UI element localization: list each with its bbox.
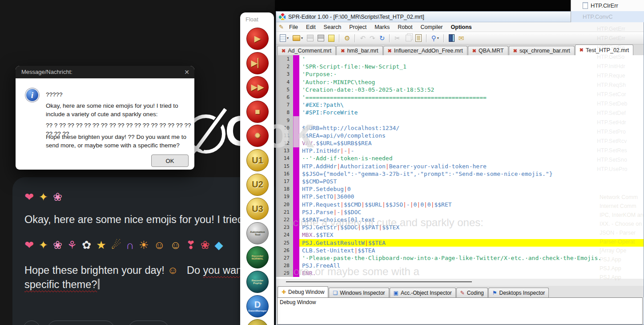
code-line-5[interactable]: 5'Creation·date:·03-05-2025·at·18:53:52 (276, 86, 644, 93)
u3-button[interactable]: U3 (246, 198, 269, 220)
dialog-title-bar[interactable]: Message/Nachricht: (16, 66, 194, 78)
margin-bar (293, 78, 299, 86)
menu-marks[interactable]: Marks (371, 23, 393, 31)
code-text: CLB.Set·Unitext|$$TEA (299, 247, 644, 254)
code-line-10[interactable]: 10$$URB=http://localhost:1234/ (276, 124, 644, 132)
code-line-16[interactable]: 16$$JSO={"model":·"gemma-3-27b-it",·"pro… (276, 170, 644, 178)
ok-button[interactable]: OK (151, 154, 189, 167)
code-line-14[interactable]: 14··'·Add·if·token·is·needed (276, 154, 644, 162)
code-line-2[interactable]: 2'SPR·Script-file:·New·Script_1 (276, 63, 644, 70)
splitter[interactable] (276, 279, 644, 286)
exit-button[interactable] (447, 33, 456, 43)
code-line-4[interactable]: 4'Author:·MINIPC\theog (276, 78, 644, 86)
tab-desktops-inspector[interactable]: ⚑Desktops Inspector (488, 288, 549, 297)
code-line-19[interactable]: 19HTP.SetTO|36000 (276, 193, 644, 200)
redo-button[interactable]: ↷ (368, 34, 377, 42)
recorder-normal-button[interactable]: RecorderNORMAL (246, 246, 269, 268)
chat-action-button[interactable] (128, 321, 169, 325)
close-icon[interactable]: ✕ (179, 66, 194, 78)
code-line-12[interactable]: 12VAV.$$URL=$$URB$$REA (276, 139, 644, 147)
command-list-item[interactable]: HTP.ClrErr (571, 0, 644, 11)
compile-button[interactable]: ⚙ (343, 34, 351, 42)
menu-file[interactable]: File (286, 23, 302, 31)
ghost-command-item: HTP.GetErr (597, 26, 625, 32)
mail-button[interactable]: ✉ (457, 34, 466, 42)
tab-debug-window[interactable]: ✚Debug Window (278, 286, 328, 297)
code-line-20[interactable]: 20HTP.Request|$$CMD|$$URL|$$JSO|-|0|0|0|… (276, 201, 644, 208)
menu-search[interactable]: Search (320, 23, 345, 31)
windows-inspector-icon: ❏ (333, 290, 338, 296)
tab-hm8-bar-mrt[interactable]: hm8_bar.mrt (336, 46, 382, 55)
dropdown-arrow-icon[interactable]: ▾ (437, 36, 439, 40)
code-line-18[interactable]: 18HTP.Setdebug|0 (276, 185, 644, 193)
save-button[interactable] (306, 34, 315, 42)
tab-acc-object-inspector[interactable]: ▣Acc.-Object Inspector (390, 288, 456, 297)
code-line-9[interactable]: 9 (276, 117, 644, 124)
play-button[interactable]: ▶ (246, 28, 269, 50)
code-editor-area[interactable]: 1'2'SPR·Script-file:·New·Script_13'Purpo… (276, 55, 644, 279)
code-line-13[interactable]: 13HTP.InitHdr|-|- (276, 147, 644, 154)
code-line-26[interactable]: 26CLB.Set·Unitext|$$TEA (276, 247, 644, 254)
button-sub-label: NORMAL (252, 257, 263, 260)
code-line-15[interactable]: 15HTP.AddHdr|Authorization|Bearer·your-v… (276, 162, 644, 170)
tab-coding[interactable]: ✎Coding (456, 288, 488, 297)
tab-windows-inspector[interactable]: ❏Windows Inspector (329, 288, 389, 297)
undo-button[interactable]: ↶ (358, 34, 367, 42)
export-note-button[interactable] (327, 34, 336, 43)
code-line-21[interactable]: 21PSJ.Parse|-|$$DOC (276, 208, 644, 216)
refresh-button[interactable]: ↻ (378, 34, 386, 42)
code-line-8[interactable]: 8'#SPI:ForceWrite (276, 109, 644, 116)
save-as-button[interactable] (316, 34, 326, 42)
code-text: 'SPR·Script-file:·New·Script_1 (299, 63, 644, 70)
float-toolbar-window[interactable]: Float ▶▶▏▶▶■✹U1U2U3AutomationToolRecorde… (240, 12, 274, 325)
code-line-11[interactable]: 11$$REA=api/v0/completions (276, 132, 644, 139)
chat-action-button[interactable] (23, 321, 40, 325)
command-list-item-selected[interactable]: HTP.ConvC (571, 11, 644, 22)
button-label: U2 (252, 180, 263, 189)
open-file-button[interactable]: ▾ (291, 34, 304, 42)
u2-button[interactable]: U2 (246, 174, 269, 196)
tab-sqx-chrome-bar-mrt[interactable]: sqx_chrome_bar.mrt (509, 46, 575, 55)
code-line-6[interactable]: 6'======================================… (276, 93, 644, 101)
tab-influenzer-addon-free-mrt[interactable]: Influenzer_AddOn_Free.mrt (383, 46, 467, 55)
code-line-25[interactable]: 25PSJ.GetLastResultW|$$TEA (276, 239, 644, 247)
fast-forward-button[interactable]: ▶▶ (246, 76, 269, 98)
code-line-7[interactable]: 7'#EXE:?path\ (276, 101, 644, 109)
new-file-button[interactable]: ▾ (278, 33, 290, 43)
partial-bottom-button[interactable]: U (246, 319, 269, 325)
chat-action-button[interactable] (47, 321, 115, 325)
paste-button[interactable] (414, 33, 423, 43)
dropdown-arrow-icon[interactable]: ▾ (301, 36, 303, 40)
code-line-24[interactable]: 24MBX.$$TEX (276, 231, 644, 239)
splitter-handle[interactable] (286, 281, 472, 282)
stop-button[interactable]: ■ (246, 101, 269, 123)
code-line-3[interactable]: 3'Purpose:· (276, 70, 644, 78)
copy-button[interactable] (403, 34, 413, 42)
dropdown-arrow-icon[interactable]: ▾ (287, 36, 289, 40)
menu-robot[interactable]: Robot (394, 23, 416, 31)
u1-button[interactable]: U1 (246, 149, 269, 171)
menu-compiler[interactable]: Compiler (417, 23, 447, 31)
tab-ad-comment-mrt[interactable]: Ad_Comment.mrt (277, 46, 336, 55)
tab-qba-mrt[interactable]: QBA.MRT (468, 46, 508, 55)
recorder-popup-button[interactable]: RecorderPopUp (246, 271, 269, 293)
cut-button[interactable]: ✂ (393, 34, 402, 42)
daten-manager-button[interactable]: DDatenManager (246, 295, 269, 317)
menu-edit[interactable]: Edit (302, 23, 319, 31)
ghost-command-item: HTP.SetCor (597, 91, 626, 98)
play-to-cursor-button[interactable]: ▶▏ (246, 52, 269, 74)
dragon-button[interactable]: ✹ (246, 125, 269, 147)
menu-project[interactable]: Project (346, 23, 370, 31)
debug-window-panel[interactable]: Debug Window (277, 297, 643, 325)
play-to-cursor-icon: ▶▏ (251, 59, 264, 68)
menu-options[interactable]: Options (447, 23, 475, 31)
automation-button[interactable]: AutomationTool (246, 222, 269, 244)
ghost-command-item: HTP.UsePro (597, 166, 628, 172)
ghost-command-item: HTP.GetErr (597, 35, 625, 41)
button-label: U3 (252, 204, 263, 214)
search-button[interactable]: ⚲▾ (430, 34, 440, 42)
code-line-27[interactable]: 27'·Please·paste·the·Clipboard·now·into·… (276, 254, 644, 262)
tab-label: QBA.MRT (479, 48, 504, 54)
code-line-17[interactable]: 17$$CMD=POST (276, 178, 644, 185)
code-line-1[interactable]: 1' (276, 55, 644, 63)
